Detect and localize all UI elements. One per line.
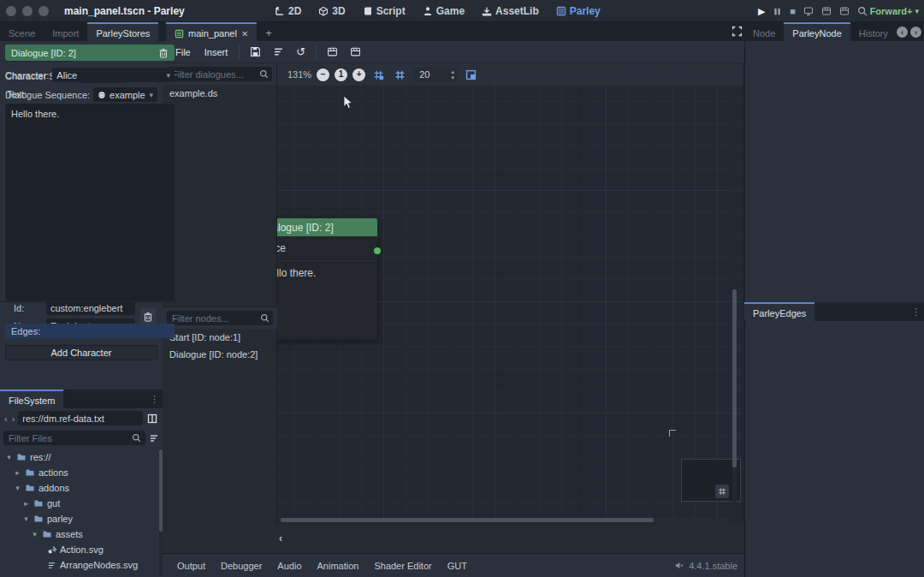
workspace-tab-3d[interactable]: 3D — [311, 3, 352, 20]
tree-row[interactable]: ▾assets — [3, 526, 159, 542]
close-icon[interactable]: ✕ — [241, 29, 248, 39]
current-path-field[interactable] — [18, 411, 143, 425]
collapse-icon[interactable]: ▾ — [31, 530, 38, 538]
grid-size-value: 20 — [419, 69, 448, 80]
bottom-tab-output[interactable]: Output — [169, 557, 213, 574]
character-label: Character: — [5, 70, 49, 80]
history-back-icon[interactable]: ‹ — [897, 27, 908, 38]
renderer-selector[interactable]: Forward+ ▾ — [870, 0, 919, 22]
zoom-out-button[interactable]: − — [317, 68, 329, 81]
expand-icon[interactable]: ▸ — [14, 468, 21, 477]
scrollbar-thumb[interactable] — [732, 289, 737, 467]
window-close-button[interactable] — [6, 6, 16, 16]
bottom-tab-gut[interactable]: GUT — [440, 557, 475, 574]
filter-dialogues-input[interactable] — [167, 67, 272, 81]
kebab-menu-icon[interactable]: ⋮ — [146, 394, 163, 408]
pause-button[interactable] — [773, 7, 782, 16]
minimap-toggle-icon[interactable] — [463, 69, 479, 80]
workspace-tab-assetlib[interactable]: AssetLib — [475, 3, 546, 20]
workspace-tab-script[interactable]: Script — [356, 3, 412, 20]
history-forward-icon[interactable]: › — [910, 27, 921, 38]
refresh-icon[interactable]: ↺ — [291, 43, 311, 61]
tree-row[interactable]: ▾addons — [3, 480, 159, 496]
save-icon[interactable] — [245, 44, 266, 60]
tree-label: parley — [47, 514, 73, 524]
tab-filesystem[interactable]: FileSystem — [0, 390, 63, 408]
collapse-side-panel-icon[interactable]: ‹ — [279, 532, 282, 544]
dock-splitter[interactable] — [0, 300, 180, 302]
kebab-menu-icon[interactable]: ⋮ — [908, 306, 924, 321]
run-custom-scene-button[interactable] — [839, 6, 850, 16]
canvas-vertical-scrollbar[interactable] — [732, 86, 737, 517]
scrollbar-thumb[interactable] — [281, 518, 654, 522]
snap-toggle-icon[interactable] — [370, 69, 387, 80]
tree-row[interactable]: ▾res:// — [3, 449, 159, 465]
expand-icon[interactable]: ▸ — [22, 499, 30, 508]
tree-row[interactable]: ▾parley — [3, 511, 159, 526]
workspace-tab-game[interactable]: Game — [416, 3, 471, 20]
tab-scene[interactable]: Scene — [0, 22, 44, 41]
tab-history[interactable]: History — [850, 22, 897, 41]
window-zoom-button[interactable] — [38, 6, 49, 16]
canvas-horizontal-scrollbar[interactable] — [277, 518, 731, 522]
test-dialogue-icon[interactable] — [322, 44, 343, 60]
new-scene-tab-button[interactable]: + — [257, 22, 281, 41]
spinbox-arrows[interactable]: ▲▼ — [450, 69, 455, 80]
dialogue-graph-node[interactable]: Dialogue [ID: 2] Alice Hello there. — [277, 218, 377, 340]
character-select-dropdown[interactable]: Alice ▾ — [52, 68, 175, 82]
zoom-reset-button[interactable]: 1 — [335, 68, 347, 81]
dialogue-graph-canvas[interactable]: Dialogue [ID: 2] Alice Hello there. 131%… — [277, 63, 743, 524]
workspace-tab-parley[interactable]: Parley — [549, 3, 607, 20]
insert-menu[interactable]: Insert — [198, 45, 234, 60]
movie-maker-button[interactable] — [857, 6, 868, 16]
grid-size-spinbox[interactable]: 20 ▲▼ — [413, 68, 458, 82]
mute-speaker-icon[interactable] — [674, 561, 684, 570]
tree-row[interactable]: ▸gut — [3, 496, 159, 511]
play-button[interactable]: ▶ — [758, 6, 765, 17]
add-character-button[interactable]: Add Character — [5, 345, 157, 360]
history-back-button[interactable]: ‹ — [3, 413, 9, 424]
tab-parley-edges[interactable]: ParleyEdges — [744, 302, 814, 321]
expand-bottom-panel-icon[interactable] — [732, 26, 743, 37]
workspace-label: 2D — [288, 5, 301, 17]
workspace-tab-2d[interactable]: 2D — [268, 3, 308, 20]
tree-row[interactable]: ArrangeNodes.svg — [3, 557, 159, 573]
tab-parley-stores[interactable]: ParleyStores — [87, 22, 158, 41]
tree-row[interactable]: Action.svg — [3, 542, 159, 557]
delete-node-button[interactable] — [158, 48, 169, 58]
dialogue-text-area[interactable]: Hello there. — [5, 104, 175, 300]
run-current-scene-button[interactable] — [821, 6, 832, 16]
remote-debug-button[interactable] — [803, 6, 814, 16]
test-dialogue-from-node-icon[interactable] — [345, 44, 366, 60]
collapse-icon[interactable]: ▾ — [5, 453, 13, 461]
bottom-strip: ‹ — [163, 524, 744, 553]
output-port-dot[interactable] — [374, 247, 381, 254]
bottom-tab-animation[interactable]: Animation — [310, 557, 367, 574]
minimap-resize-button[interactable] — [715, 485, 729, 498]
node-list-item[interactable]: Dialogue [ID: node:2] — [163, 346, 277, 363]
arrange-nodes-icon[interactable] — [268, 44, 289, 60]
bottom-tab-debugger[interactable]: Debugger — [213, 557, 270, 574]
stop-button[interactable]: ■ — [790, 6, 796, 16]
filter-nodes-input[interactable] — [167, 311, 273, 325]
zoom-in-button[interactable]: + — [352, 68, 365, 81]
tab-main-panel[interactable]: main_panel ✕ — [166, 22, 257, 41]
graph-node-header[interactable]: Dialogue [ID: 2] — [277, 218, 377, 236]
node-list-item[interactable]: Start [ID: node:1] — [163, 329, 277, 346]
tab-node[interactable]: Node — [744, 22, 784, 41]
bottom-tab-shader-editor[interactable]: Shader Editor — [366, 557, 439, 574]
collapse-icon[interactable]: ▾ — [22, 515, 30, 523]
grid-toggle-icon[interactable] — [392, 69, 408, 80]
tree-row[interactable]: ▸actions — [3, 465, 159, 480]
tab-import[interactable]: Import — [44, 22, 87, 41]
window-minimize-button[interactable] — [22, 6, 33, 16]
collapse-icon[interactable]: ▾ — [14, 484, 21, 492]
character-id-field[interactable] — [46, 300, 135, 315]
sort-files-icon[interactable] — [149, 433, 159, 443]
split-mode-icon[interactable] — [145, 413, 159, 424]
tab-label: Node — [753, 28, 775, 39]
history-forward-button[interactable]: › — [11, 413, 16, 424]
bottom-tab-audio[interactable]: Audio — [270, 557, 309, 574]
tab-parley-node[interactable]: ParleyNode — [784, 22, 850, 41]
filter-files-input[interactable] — [3, 431, 145, 445]
